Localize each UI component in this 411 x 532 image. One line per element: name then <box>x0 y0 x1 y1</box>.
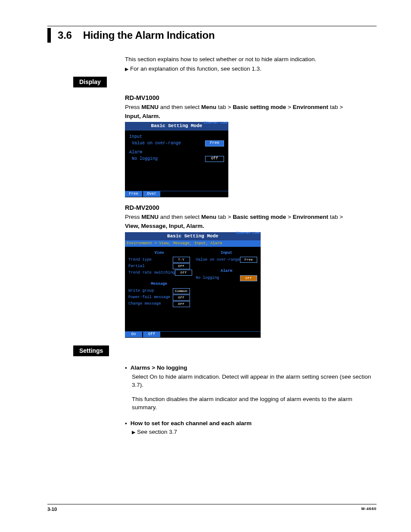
ethernet-link-label: Ethernet Link <box>236 232 260 235</box>
section-title: 3.6 Hiding the Alarm Indication <box>58 28 215 43</box>
page-number: 3-10 <box>47 506 57 513</box>
footer-btn-off[interactable]: Off <box>143 332 160 337</box>
trend-rate-switching-field[interactable]: Off <box>175 270 192 276</box>
mv2000-left-column: View Trend typeT-Y PartialOff Trend rate… <box>128 250 190 308</box>
footer-btn-over[interactable]: Over <box>143 191 160 197</box>
bullet-icon <box>125 420 127 428</box>
change-message-field[interactable]: Off <box>173 301 190 307</box>
write-group-field[interactable]: Common <box>173 288 190 294</box>
document-id: M-4660 <box>361 506 377 513</box>
no-logging-field[interactable]: Off <box>205 156 224 162</box>
setting-item-1: Alarms > No logging <box>125 364 377 372</box>
setting-item-1-body: Select On to hide alarm indication. Dete… <box>132 373 377 412</box>
section-number: 3.6 <box>58 29 72 41</box>
top-rule <box>47 26 377 26</box>
setting-item-2: How to set for each channel and each ala… <box>125 420 377 428</box>
intro-crossref: For an explanation of this function, see… <box>125 65 377 73</box>
setting-item-1-title: Alarms > No logging <box>131 364 187 372</box>
footer-btn-free[interactable]: Free <box>125 191 142 197</box>
mv1000-group-alarm: Alarm No logging Off <box>129 149 224 162</box>
page-footer: 3-10 M-4660 <box>47 504 377 513</box>
setting-item-2-body: See section 3.7 <box>132 428 377 436</box>
intro-paragraph: This section explains how to select whet… <box>125 56 377 64</box>
section-title-text: Hiding the Alarm Indication <box>83 29 215 41</box>
value-on-overrange-field[interactable]: Free <box>205 140 224 146</box>
partial-field[interactable]: Off <box>173 263 190 269</box>
mv2000-footer-buttons: On Off <box>125 331 261 338</box>
mv1000-screenshot-title: Basic Setting Mode Ethernet Link <box>125 122 228 130</box>
trend-type-field[interactable]: T-Y <box>173 257 190 263</box>
mv1000-path: Press MENU and then select Menu tab > Ba… <box>125 103 377 112</box>
settings-section-tag: Settings <box>73 345 109 357</box>
no-logging-field-2[interactable]: Off <box>240 275 257 281</box>
mv2000-block: RD-MV2000 Press MENU and then select Men… <box>125 203 377 337</box>
mv1000-path-tail: Input, Alarm. <box>125 112 377 121</box>
mv2000-screenshot: Basic Setting Mode Ethernet Link Environ… <box>125 232 261 338</box>
mv2000-screenshot-title: Basic Setting Mode Ethernet Link <box>125 232 261 240</box>
mv1000-screenshot: Basic Setting Mode Ethernet Link Input V… <box>125 122 228 197</box>
mv2000-breadcrumb: Environment > View, Message, Input, Alar… <box>125 240 261 247</box>
section-heading: 3.6 Hiding the Alarm Indication <box>47 28 377 43</box>
mv1000-block: RD-MV1000 Press MENU and then select Men… <box>125 93 377 197</box>
heading-marker-bar <box>47 28 51 43</box>
mv1000-group-input: Input Value on over-range Free <box>129 134 224 146</box>
mv2000-path-tail: View, Message, Input, Alarm. <box>125 222 377 230</box>
display-section-tag: Display <box>73 77 107 88</box>
mv1000-model-heading: RD-MV1000 <box>125 93 377 102</box>
mv2000-right-column: Input Value on over-rangeFree Alarm No l… <box>196 250 258 308</box>
setting-item-2-crossref: See section 3.7 <box>132 429 177 435</box>
bullet-icon <box>125 364 127 372</box>
footer-btn-on[interactable]: On <box>125 332 142 337</box>
mv2000-path: Press MENU and then select Menu tab > Ba… <box>125 213 377 221</box>
mv2000-model-heading: RD-MV2000 <box>125 203 377 212</box>
setting-item-2-title: How to set for each channel and each ala… <box>131 420 252 428</box>
mv1000-footer-buttons: Free Over <box>125 191 228 197</box>
ethernet-link-label: Ethernet Link <box>204 121 227 124</box>
value-on-overrange-field-2[interactable]: Free <box>240 257 257 263</box>
power-fail-message-field[interactable]: Off <box>173 295 190 301</box>
